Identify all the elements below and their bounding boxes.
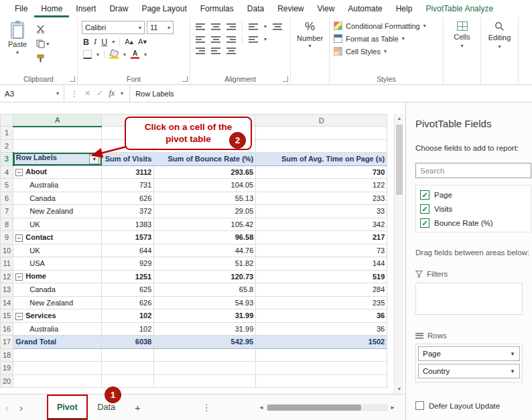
- cell-C10[interactable]: 44.76: [154, 244, 256, 257]
- cell-B10[interactable]: 644: [102, 244, 154, 257]
- cell-A7[interactable]: New Zealand: [13, 205, 102, 218]
- align-left-button[interactable]: [196, 36, 205, 43]
- cell-D5[interactable]: 122: [256, 179, 387, 192]
- rows-drop-area[interactable]: Page▼Country▼: [415, 344, 523, 382]
- cell-A18[interactable]: [13, 348, 102, 362]
- ribbon-tab-home[interactable]: Home: [34, 0, 69, 17]
- filters-drop-area[interactable]: [415, 283, 523, 315]
- font-name-combo[interactable]: Calibri ▾: [82, 21, 145, 34]
- defer-layout-update[interactable]: Defer Layout Update: [415, 401, 500, 410]
- format-as-table-button[interactable]: Format as Table ▾: [334, 34, 439, 43]
- cell-B8[interactable]: 1383: [102, 218, 154, 231]
- ribbon-tab-page-layout[interactable]: Page Layout: [135, 0, 193, 17]
- ribbon-tab-help[interactable]: Help: [389, 0, 419, 17]
- paste-button[interactable]: Paste ▾: [4, 21, 31, 72]
- cell-C4[interactable]: 293.65: [154, 165, 256, 179]
- underline-button[interactable]: U: [101, 38, 107, 47]
- conditional-formatting-button[interactable]: Conditional Formatting ▾: [334, 21, 439, 30]
- increase-indent-button[interactable]: [211, 47, 220, 54]
- search-input[interactable]: [415, 163, 531, 178]
- cell-D8[interactable]: 342: [256, 218, 387, 231]
- row-header-10[interactable]: 10: [1, 244, 13, 257]
- cell-B16[interactable]: 102: [102, 322, 154, 336]
- row-header-5[interactable]: 5: [1, 179, 13, 192]
- wrap-text-button[interactable]: [273, 23, 282, 30]
- cell-A15[interactable]: −Services: [13, 309, 102, 323]
- ribbon-tab-review[interactable]: Review: [271, 0, 310, 17]
- cell-B15[interactable]: 102: [102, 309, 154, 323]
- cell-A10[interactable]: UK: [13, 244, 102, 257]
- select-all-corner[interactable]: [1, 115, 13, 127]
- scroll-left-icon[interactable]: ◄: [257, 405, 266, 411]
- font-size-combo[interactable]: 11 ▾: [147, 21, 174, 34]
- chevron-down-icon[interactable]: ▾: [460, 43, 463, 49]
- next-sheet-icon[interactable]: ›: [14, 402, 28, 413]
- cell-B11[interactable]: 929: [102, 257, 154, 271]
- rows-area-item-page[interactable]: Page▼: [418, 346, 520, 361]
- drag-handle-icon[interactable]: ⋮: [70, 89, 78, 98]
- previous-sheet-icon[interactable]: ‹: [0, 402, 14, 413]
- cell-D19[interactable]: [256, 362, 387, 375]
- cell-D7[interactable]: 33: [256, 205, 387, 218]
- collapse-button[interactable]: −: [15, 313, 23, 320]
- cell-D4[interactable]: 730: [256, 165, 387, 179]
- decrease-indent-button[interactable]: [196, 47, 205, 54]
- column-header-A[interactable]: A: [13, 115, 102, 127]
- field-checkbox[interactable]: ✓: [420, 190, 429, 200]
- format-painter-button[interactable]: [36, 53, 52, 64]
- cell-D13[interactable]: 284: [256, 283, 387, 297]
- field-checkbox[interactable]: ✓: [420, 204, 429, 214]
- cell-C13[interactable]: 65.8: [154, 283, 256, 297]
- cell-A17[interactable]: Grand Total: [13, 336, 102, 349]
- cell-B9[interactable]: 1573: [102, 231, 154, 244]
- ribbon-tab-draw[interactable]: Draw: [103, 0, 135, 17]
- vertical-scroll-thumb[interactable]: [396, 125, 403, 195]
- cell-B4[interactable]: 3112: [102, 165, 154, 179]
- field-item-page[interactable]: ✓Page: [416, 188, 531, 202]
- cell-C11[interactable]: 51.82: [154, 257, 256, 271]
- cell-C3[interactable]: Sum of Bounce Rate (%): [154, 153, 256, 166]
- ribbon-tab-view[interactable]: View: [311, 0, 342, 17]
- row-header-9[interactable]: 9: [1, 231, 13, 244]
- cell-A8[interactable]: UK: [13, 218, 102, 231]
- ribbon-tab-formulas[interactable]: Formulas: [194, 0, 241, 17]
- cut-button[interactable]: [36, 23, 52, 35]
- cell-D9[interactable]: 217: [256, 231, 387, 244]
- cell-B14[interactable]: 626: [102, 296, 154, 309]
- row-header-15[interactable]: 15: [1, 309, 13, 323]
- cell-B13[interactable]: 625: [102, 283, 154, 297]
- cell-B20[interactable]: [102, 374, 154, 388]
- copy-button[interactable]: ▾: [36, 38, 52, 50]
- name-box[interactable]: A3 ▾: [0, 85, 64, 102]
- chevron-down-icon[interactable]: ▾: [308, 43, 311, 49]
- formula-bar-value[interactable]: Row Labels: [130, 85, 179, 102]
- align-middle-button[interactable]: [211, 23, 220, 30]
- collapse-button[interactable]: −: [15, 273, 23, 281]
- dialog-launcher-icon[interactable]: [182, 76, 188, 82]
- new-sheet-button[interactable]: +: [125, 402, 150, 413]
- cell-C17[interactable]: 542.95: [154, 336, 256, 349]
- fill-color-button[interactable]: [109, 50, 119, 59]
- cell-B18[interactable]: [102, 348, 154, 362]
- cell-C7[interactable]: 29.05: [154, 205, 256, 218]
- scroll-up-icon[interactable]: ▲: [395, 114, 404, 123]
- dialog-launcher-icon[interactable]: [283, 76, 288, 82]
- angle-button[interactable]: [226, 47, 236, 54]
- horizontal-scroll-track[interactable]: [266, 404, 388, 411]
- cell-B7[interactable]: 372: [102, 205, 154, 218]
- sheet-tab-pivot[interactable]: Pivot: [47, 395, 88, 420]
- cell-D14[interactable]: 235: [256, 296, 387, 309]
- cell-A4[interactable]: −About: [13, 165, 102, 179]
- cell-A13[interactable]: Canada: [13, 283, 102, 297]
- dialog-launcher-icon[interactable]: [70, 76, 75, 82]
- align-top-button[interactable]: [196, 23, 205, 30]
- ribbon-tab-automate[interactable]: Automate: [341, 0, 389, 17]
- row-header-14[interactable]: 14: [1, 296, 13, 309]
- field-item-visits[interactable]: ✓Visits: [416, 202, 531, 216]
- cell-A12[interactable]: −Home: [13, 270, 102, 283]
- cell-B5[interactable]: 731: [102, 179, 154, 192]
- cell-B12[interactable]: 1251: [102, 270, 154, 283]
- cell-D17[interactable]: 1502: [256, 336, 387, 349]
- cell-B6[interactable]: 626: [102, 192, 154, 205]
- cell-A5[interactable]: Australia: [13, 179, 102, 192]
